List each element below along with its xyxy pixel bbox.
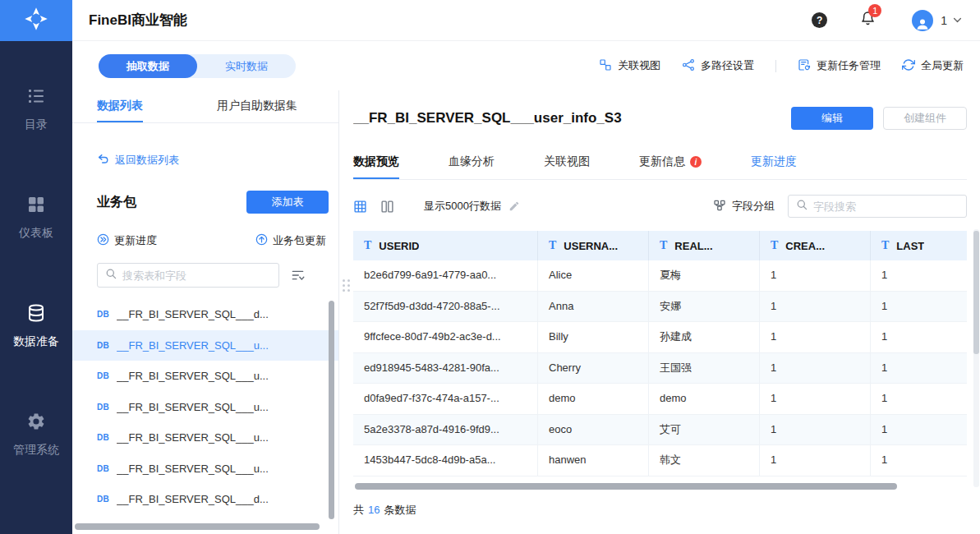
finebi-logo[interactable]	[0, 0, 72, 41]
table-row: d0fa9ed7-f37c-474a-a157-... demo demo 1 …	[353, 384, 967, 415]
sidebar-item-admin[interactable]: 管理系统	[13, 412, 59, 458]
table-list-item[interactable]: DB __FR_BI_SERVER_SQL___u...	[72, 453, 338, 485]
list-horizontal-scrollbar-thumb[interactable]	[75, 523, 320, 530]
table-list-item[interactable]: DB __FR_BI_SERVER_SQL___u...	[72, 392, 338, 423]
cell: 孙建成	[649, 322, 760, 352]
list-vertical-scrollbar-thumb[interactable]	[329, 301, 334, 519]
tab-self-service-dataset[interactable]: 用户自助数据集	[217, 90, 297, 122]
tab-data-list[interactable]: 数据列表	[97, 90, 143, 122]
table-name: __FR_BI_SERVER_SQL___u...	[117, 401, 269, 413]
grid-view-icon[interactable]	[353, 200, 367, 214]
text-type-icon: T	[549, 239, 556, 252]
refresh-icon	[902, 58, 915, 74]
avatar[interactable]	[912, 10, 933, 31]
field-group-button[interactable]: 字段分组	[713, 199, 775, 214]
package-update-link[interactable]: 业务包更新	[255, 233, 326, 248]
preview-toolbar: 显示5000行数据	[353, 195, 967, 218]
tab-label: 更新信息	[639, 154, 685, 169]
text-type-icon: T	[660, 239, 667, 252]
sidebar-item-label: 仪表板	[19, 226, 53, 241]
sidebar-item-catalog[interactable]: 目录	[25, 86, 48, 132]
db-icon: DB	[97, 464, 109, 473]
cell: ed918945-5483-4281-90fa...	[353, 353, 538, 384]
cell: 艾可	[649, 415, 760, 445]
cell: 1	[760, 260, 871, 291]
table-list-item[interactable]: DB __FR_BI_SERVER_SQL___d...	[72, 484, 338, 515]
tab-data-preview[interactable]: 数据预览	[353, 154, 399, 179]
link-view-button[interactable]: 关联视图	[599, 58, 660, 74]
cell: 1453b447-5dc8-4d9b-a5a...	[353, 445, 538, 476]
table-row: 5a2e3378-a87d-4916-9fd9... eoco 艾可 1 1	[353, 415, 967, 446]
tab-link-view[interactable]: 关联视图	[544, 154, 590, 179]
table-name: __FR_BI_SERVER_SQL___u...	[117, 431, 269, 444]
tab-lineage-analysis[interactable]: 血缘分析	[449, 154, 495, 179]
add-table-button[interactable]: 添加表	[246, 191, 329, 214]
column-header-userid[interactable]: T USERID	[353, 231, 538, 260]
link-label: 更新进度	[114, 233, 157, 248]
table-name: __FR_BI_SERVER_SQL___u...	[117, 339, 269, 352]
data-preview-table: T USERID T USERNA... T REAL... T	[353, 231, 967, 490]
extract-data-toggle[interactable]: 抽取数据	[99, 54, 197, 78]
table-name: __FR_BI_SERVER_SQL___d...	[117, 493, 269, 505]
tab-update-info[interactable]: 更新信息 i	[639, 154, 702, 179]
db-icon: DB	[97, 341, 109, 350]
cell: hanwen	[538, 445, 649, 476]
table-list-item-selected[interactable]: DB __FR_BI_SERVER_SQL___u...	[72, 330, 338, 361]
sidebar-item-data-preparation[interactable]: 数据准备	[13, 303, 59, 349]
update-task-button[interactable]: 更新任务管理	[798, 58, 881, 74]
sidebar-nav: 目录 仪表板 数据准备	[0, 41, 72, 458]
tab-update-progress[interactable]: 更新进度	[751, 154, 797, 179]
table-name: __FR_BI_SERVER_SQL___u...	[117, 370, 269, 382]
table-list-item[interactable]: DB __FR_BI_SERVER_SQL___u...	[72, 422, 338, 453]
help-icon[interactable]: ?	[812, 12, 827, 28]
notifications-button[interactable]: 1	[860, 11, 876, 30]
table-search-input[interactable]	[122, 269, 271, 282]
record-count-footer: 共 16 条数据	[353, 503, 967, 518]
filter-icon[interactable]	[291, 269, 305, 282]
cell: Cherry	[538, 353, 649, 384]
column-header-realname[interactable]: T REAL...	[649, 231, 760, 260]
main-sidebar: 目录 仪表板 数据准备	[0, 0, 72, 534]
edit-pencil-icon[interactable]	[508, 200, 520, 212]
back-to-data-list-link[interactable]: 返回数据列表	[97, 153, 179, 168]
table-list-item[interactable]: DB __FR_BI_SERVER_SQL___d...	[72, 299, 338, 330]
finebi-app: 目录 仪表板 数据准备	[0, 0, 980, 534]
search-icon	[105, 268, 117, 283]
table-horizontal-scrollbar-thumb[interactable]	[355, 483, 897, 490]
column-header-createtime[interactable]: T CREA...	[760, 231, 871, 260]
multipath-settings-button[interactable]: 多路径设置	[682, 58, 754, 74]
compass-logo-icon	[24, 7, 48, 35]
column-header-lasttime[interactable]: T LAST	[871, 231, 967, 260]
sidebar-item-dashboard[interactable]: 仪表板	[19, 195, 53, 241]
cell: 韩文	[649, 445, 760, 476]
panel-resize-handle[interactable]	[343, 279, 350, 292]
create-component-button[interactable]: 创建组件	[883, 107, 967, 130]
section-title: 业务包	[97, 194, 136, 211]
realtime-data-toggle[interactable]: 实时数据	[197, 54, 296, 78]
chevron-down-icon[interactable]	[953, 17, 962, 23]
text-type-icon: T	[364, 239, 371, 252]
content-area: 数据列表 用户自助数据集 返回数据列表 业务包 添加表	[72, 90, 980, 534]
table-list-item[interactable]: DB __FR_BI_SERVER_SQL___u...	[72, 361, 338, 392]
global-update-button[interactable]: 全局更新	[902, 58, 964, 74]
table-search-box	[97, 263, 279, 288]
edit-button[interactable]: 编辑	[791, 107, 873, 130]
cell: 1	[871, 260, 967, 291]
help-glyph: ?	[817, 15, 822, 26]
table-vertical-scrollbar-thumb[interactable]	[973, 231, 979, 354]
sub-toolbar: 抽取数据 实时数据 关联视图	[72, 41, 980, 90]
cell: 1	[871, 415, 967, 445]
db-icon: DB	[97, 433, 109, 442]
table-name: __FR_BI_SERVER_SQL___u...	[117, 463, 269, 475]
column-header-username[interactable]: T USERNA...	[538, 231, 649, 260]
field-group-label: 字段分组	[732, 199, 775, 214]
table-row: b2e6d799-6a91-4779-aa0... Alice 夏梅 1 1	[353, 260, 967, 292]
cell: 1	[760, 445, 871, 476]
action-label: 关联视图	[618, 58, 660, 73]
update-progress-link[interactable]: 更新进度	[97, 233, 157, 248]
db-icon: DB	[97, 371, 109, 380]
tab-label: 血缘分析	[449, 154, 495, 169]
column-view-icon[interactable]	[380, 200, 394, 214]
tab-label: 关联视图	[544, 154, 590, 169]
field-search-input[interactable]	[813, 200, 959, 213]
